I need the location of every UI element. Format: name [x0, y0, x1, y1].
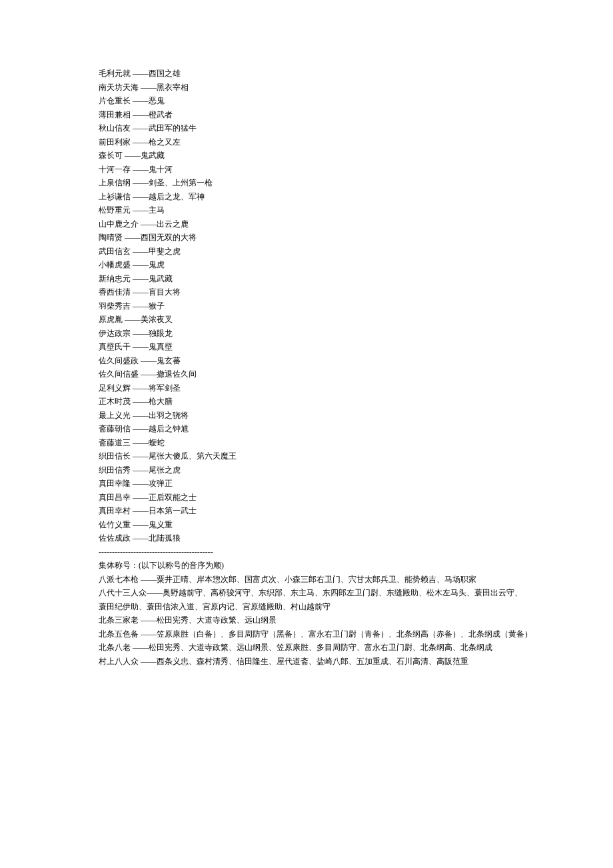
group-line: 北条八老 ——松田宪秀、大道寺政繁、远山纲景、笠原康胜、多目周防守、富永右卫门尉…	[99, 641, 514, 655]
alias-line: 陶晴贤 ——西国无双的大将	[99, 231, 514, 245]
group-line: 北条五色备 ——笠原康胜（白备）、多目周防守（黑备）、富永右卫门尉（青备）、北条…	[99, 627, 514, 641]
group-list: 八派七本枪 ——粟井正晴、岸本惣次郎、国富贞次、小森三郎右卫门、宍甘太郎兵卫、能…	[99, 573, 514, 669]
alias-line: 上衫谦信 ——越后之龙、军神	[99, 190, 514, 204]
alias-line: 羽柴秀吉 ——猴子	[99, 299, 514, 313]
alias-line: 足利义辉 ——将军剑圣	[99, 381, 514, 395]
group-line: 八派七本枪 ——粟井正晴、岸本惣次郎、国富贞次、小森三郎右卫门、宍甘太郎兵卫、能…	[99, 573, 514, 587]
alias-line: 山中鹿之介 ——出云之鹿	[99, 217, 514, 231]
alias-line: 真田幸村 ——日本第一武士	[99, 504, 514, 518]
alias-line: 新纳忠元 ——鬼武藏	[99, 272, 514, 286]
group-line: 蓑田纪伊助、蓑田信浓入道、宫原内记、宫原缝殿助、村山越前守	[99, 600, 514, 614]
alias-line: 香西佳清 ——盲目大将	[99, 285, 514, 299]
alias-line: 真壁氏干 ——鬼真壁	[99, 340, 514, 354]
alias-line: 织田信秀 ——尾张之虎	[99, 463, 514, 477]
alias-line: 正木时茂 ——枪大膳	[99, 395, 514, 409]
alias-line: 原虎胤 ——美浓夜叉	[99, 313, 514, 327]
alias-line: 小幡虎盛 ——鬼虎	[99, 258, 514, 272]
group-line: 村上八人众 ——西条义忠、森村清秀、信田隆生、屋代道斋、盐崎八郎、五加重成、石川…	[99, 655, 514, 669]
document-page: 毛利元就 ——西国之雄南天坊天海 ——黑衣宰相片仓重长 ——恶鬼薄田兼相 ——橙…	[0, 0, 613, 708]
alias-line: 真田幸隆 ——攻弹正	[99, 477, 514, 491]
alias-line: 十河一存 ——鬼十河	[99, 163, 514, 177]
alias-line: 伊达政宗 ——独眼龙	[99, 327, 514, 341]
alias-line: 南天坊天海 ——黑衣宰相	[99, 81, 514, 95]
alias-line: 薄田兼相 ——橙武者	[99, 108, 514, 122]
alias-line: 织田信长 ——尾张大傻瓜、第六天魔王	[99, 449, 514, 463]
group-line: 北条三家老 ——松田宪秀、大道寺政繁、远山纲景	[99, 613, 514, 627]
alias-line: 佐佐成政 ——北陆孤狼	[99, 531, 514, 545]
alias-line: 毛利元就 ——西国之雄	[99, 67, 514, 81]
alias-line: 上泉信纲 ——剑圣、上州第一枪	[99, 176, 514, 190]
alias-line: 松野重元 ——主马	[99, 203, 514, 217]
alias-line: 斋藤道三 ——蝮蛇	[99, 436, 514, 450]
section-divider: ----------------------------------------…	[99, 545, 514, 559]
alias-line: 武田信玄 ——甲斐之虎	[99, 245, 514, 259]
alias-line: 最上义光 ——出羽之骁将	[99, 409, 514, 423]
group-line: 八代十三人众——奥野越前守、高桥骏河守、东织部、东主马、东四郎左卫门尉、东缝殿助…	[99, 586, 514, 600]
alias-line: 森长可 ——鬼武藏	[99, 149, 514, 163]
section-header: 集体称号：(以下以称号的音序为顺)	[99, 559, 514, 573]
alias-line: 佐久间盛政 ——鬼玄蕃	[99, 354, 514, 368]
alias-line: 佐久间信盛 ——撤退佐久间	[99, 367, 514, 381]
alias-line: 秋山信友 ——武田军的猛牛	[99, 121, 514, 135]
alias-line: 前田利家 ——枪之又左	[99, 135, 514, 149]
alias-line: 斋藤朝信 ——越后之钟馗	[99, 422, 514, 436]
alias-list: 毛利元就 ——西国之雄南天坊天海 ——黑衣宰相片仓重长 ——恶鬼薄田兼相 ——橙…	[99, 67, 514, 545]
alias-line: 片仓重长 ——恶鬼	[99, 94, 514, 108]
alias-line: 真田昌幸 ——正后双能之士	[99, 491, 514, 505]
alias-line: 佐竹义重 ——鬼义重	[99, 518, 514, 532]
